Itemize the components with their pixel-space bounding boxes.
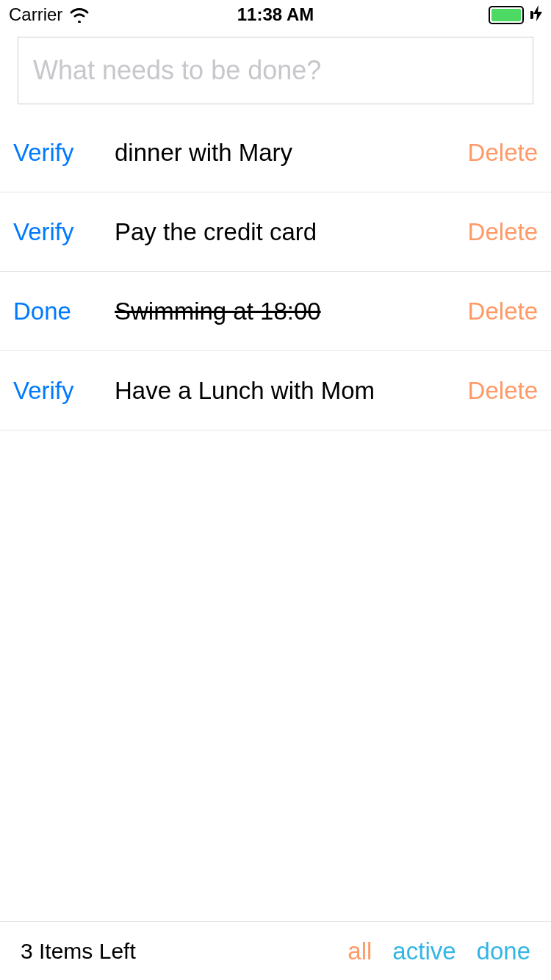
footer-bar: 3 Items Left all active done xyxy=(0,921,551,980)
charging-icon xyxy=(533,5,542,25)
input-wrapper xyxy=(0,29,551,113)
carrier-label: Carrier xyxy=(9,4,62,25)
todo-row: VerifyPay the credit cardDelete xyxy=(0,192,551,272)
verify-button[interactable]: Verify xyxy=(13,377,101,405)
items-left-label: 3 Items Left xyxy=(21,939,136,964)
done-button[interactable]: Done xyxy=(13,298,101,325)
todo-row: DoneSwimming at 18:00Delete xyxy=(0,272,551,351)
status-right xyxy=(489,5,542,25)
todo-row: Verifydinner with MaryDelete xyxy=(0,113,551,192)
verify-button[interactable]: Verify xyxy=(13,139,101,167)
todo-list: Verifydinner with MaryDeleteVerifyPay th… xyxy=(0,113,551,430)
filter-active-button[interactable]: active xyxy=(392,937,455,965)
todo-text: Pay the credit card xyxy=(101,218,468,246)
wifi-icon xyxy=(68,7,90,23)
new-todo-input[interactable] xyxy=(18,37,533,104)
filters: all active done xyxy=(347,937,530,965)
filter-all-button[interactable]: all xyxy=(347,937,372,965)
status-time: 11:38 AM xyxy=(237,4,314,25)
delete-button[interactable]: Delete xyxy=(468,218,538,246)
delete-button[interactable]: Delete xyxy=(468,298,538,325)
todo-text: Have a Lunch with Mom xyxy=(101,377,468,405)
verify-button[interactable]: Verify xyxy=(13,218,101,246)
delete-button[interactable]: Delete xyxy=(468,377,538,405)
delete-button[interactable]: Delete xyxy=(468,139,538,167)
status-left: Carrier xyxy=(9,4,90,25)
status-bar: Carrier 11:38 AM xyxy=(0,0,551,29)
todo-row: VerifyHave a Lunch with MomDelete xyxy=(0,351,551,430)
todo-text: Swimming at 18:00 xyxy=(101,298,468,325)
todo-text: dinner with Mary xyxy=(101,139,468,167)
battery-icon xyxy=(489,6,529,24)
filter-done-button[interactable]: done xyxy=(477,937,530,965)
